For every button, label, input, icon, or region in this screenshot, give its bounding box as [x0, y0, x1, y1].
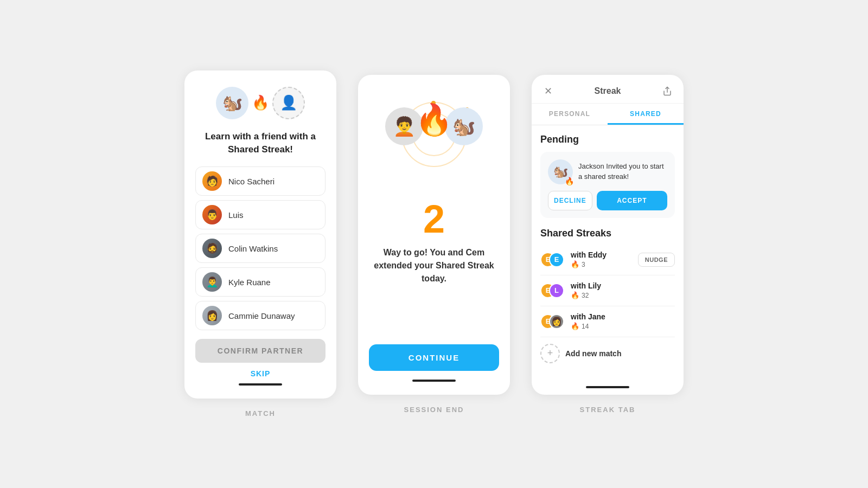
streak-screen-label: STREAK TAB [580, 406, 636, 414]
fire-badge: 🔥 [565, 177, 574, 185]
decline-button[interactable]: DECLINE [548, 191, 592, 210]
streak-number: 2 [423, 200, 445, 239]
streak-header: ✕ Streak [532, 75, 684, 104]
streak-card: ✕ Streak PERSONAL SHARED Pending 🐿️ [532, 75, 684, 395]
avatar: 🧑 [202, 171, 222, 191]
streak-info-lily: with Lily 🔥 32 [571, 281, 675, 299]
friend-name: Luis [228, 210, 244, 220]
jackson-avatar: 🐿️ 🔥 [548, 159, 573, 184]
streak-row-lily[interactable]: E L with Lily 🔥 32 [540, 275, 675, 306]
pending-title: Pending [540, 134, 675, 145]
skip-button[interactable]: SKIP [251, 369, 271, 378]
count-value: 32 [582, 292, 589, 299]
avatar-b: E [549, 252, 564, 267]
person-icon: 👤 [280, 94, 297, 111]
confirm-partner-button[interactable]: CONFIRM PARTNER [195, 339, 326, 363]
share-icon [662, 86, 672, 96]
add-match-label: Add new match [565, 349, 621, 358]
avatar: 👨‍🦱 [202, 272, 222, 292]
avatar: 👩 [202, 306, 222, 325]
streak-with: with Eddy [571, 251, 633, 259]
match-screen-label: MATCH [245, 409, 276, 418]
tab-personal[interactable]: PERSONAL [532, 104, 608, 125]
match-title: Learn with a friend with a Shared Streak… [195, 130, 326, 156]
streak-row-eddy[interactable]: E E with Eddy 🔥 3 NUDGE [540, 245, 675, 275]
streak-title: Streak [595, 86, 621, 96]
avatar: 🧔 [202, 239, 222, 258]
list-item[interactable]: 👨 Luis [195, 200, 326, 229]
pending-card: 🐿️ 🔥 Jackson Invited you to start a shar… [540, 152, 675, 218]
friend-name: Nico Sacheri [228, 177, 275, 186]
list-item[interactable]: 🧔 Colin Watkins [195, 234, 326, 263]
home-bar [239, 383, 282, 386]
streak-with: with Jane [571, 312, 675, 321]
streak-info-eddy: with Eddy 🔥 3 [571, 251, 633, 268]
friend-name: Cammie Dunaway [228, 311, 295, 320]
avatar: 👨 [202, 205, 222, 224]
continue-button[interactable]: CONTINUE [369, 344, 499, 371]
avatar-row: 🐿️ 🔥 👤 [216, 87, 305, 119]
partner-avatar-placeholder: 👤 [272, 87, 305, 119]
pending-actions: DECLINE ACCEPT [548, 191, 667, 210]
list-item[interactable]: 👨‍🦱 Kyle Ruane [195, 267, 326, 297]
session-screen-wrapper: 🧑‍🦱 🔥 🐿️ 2 Way to go! You and Cem extend… [358, 75, 510, 414]
streak-info-jane: with Jane 🔥 14 [571, 312, 675, 330]
home-bar [412, 380, 456, 382]
friend-name: Colin Watkins [228, 244, 278, 253]
streak-count: 🔥 3 [571, 260, 633, 268]
avatar-b: L [549, 283, 564, 298]
flame-center: 🔥 [415, 102, 453, 138]
count-value: 3 [582, 261, 585, 268]
shared-streaks-title: Shared Streaks [540, 228, 675, 239]
fire-icon: 🔥 [571, 260, 579, 268]
match-screen-wrapper: 🐿️ 🔥 👤 Learn with a friend with a Shared… [184, 70, 336, 418]
close-button[interactable]: ✕ [540, 84, 556, 99]
session-illustration: 🧑‍🦱 🔥 🐿️ [380, 91, 488, 189]
streak-count: 🔥 32 [571, 291, 675, 299]
streak-screen-wrapper: ✕ Streak PERSONAL SHARED Pending 🐿️ [532, 75, 684, 414]
tabs-row: PERSONAL SHARED [532, 104, 684, 125]
fire-icon: 🔥 [571, 322, 579, 330]
match-card: 🐿️ 🔥 👤 Learn with a friend with a Shared… [184, 70, 336, 399]
duo-avatar-lily: E L [540, 281, 565, 300]
count-value: 14 [582, 323, 589, 330]
accept-button[interactable]: ACCEPT [597, 191, 667, 210]
streak-count: 🔥 14 [571, 322, 675, 330]
duo-avatar-eddy: E E [540, 250, 565, 269]
pending-inner: 🐿️ 🔥 Jackson Invited you to start a shar… [548, 159, 667, 184]
add-match-row[interactable]: + Add new match [540, 337, 675, 370]
nudge-button[interactable]: NUDGE [638, 253, 675, 267]
list-item[interactable]: 🧑 Nico Sacheri [195, 166, 326, 196]
duo-avatar-jane: E 👩 [540, 312, 565, 331]
session-card: 🧑‍🦱 🔥 🐿️ 2 Way to go! You and Cem extend… [358, 75, 510, 395]
home-bar [586, 386, 629, 388]
session-message: Way to go! You and Cem extended your Sha… [369, 246, 499, 285]
streak-with: with Lily [571, 281, 675, 290]
user-avatar: 🐿️ [216, 87, 248, 119]
streak-row-jane[interactable]: E 👩 with Jane 🔥 14 [540, 306, 675, 337]
friend-name: Kyle Ruane [228, 278, 271, 287]
tab-shared[interactable]: SHARED [608, 104, 684, 125]
share-button[interactable] [660, 84, 675, 99]
add-match-icon: + [540, 344, 560, 363]
pending-text: Jackson Invited you to start a shared st… [578, 162, 667, 181]
avatar-b: 👩 [549, 314, 564, 329]
fire-icon: 🔥 [571, 291, 579, 299]
flame-icon: 🔥 [252, 94, 269, 111]
session-screen-label: SESSION END [404, 406, 464, 414]
friend-list: 🧑 Nico Sacheri 👨 Luis 🧔 Colin Watkins 👨‍… [195, 166, 326, 330]
list-item[interactable]: 👩 Cammie Dunaway [195, 301, 326, 330]
streak-body: Pending 🐿️ 🔥 Jackson Invited you to star… [532, 125, 684, 384]
